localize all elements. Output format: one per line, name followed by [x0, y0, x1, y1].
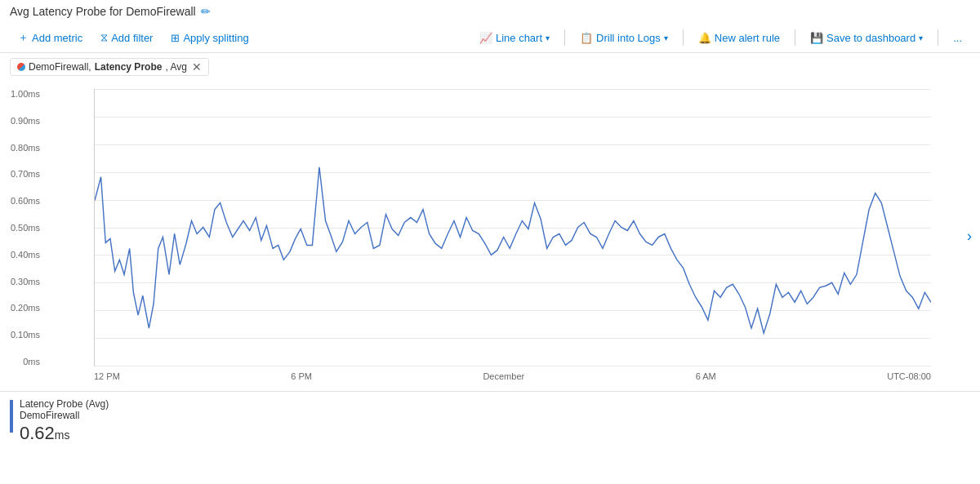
chevron-down-icon-save: ▾	[919, 33, 923, 42]
drill-into-logs-button[interactable]: 📋 Drill into Logs ▾	[572, 28, 676, 48]
legend-value: 0.62ms	[20, 423, 109, 444]
separator4	[938, 29, 938, 46]
separator3	[795, 29, 795, 46]
toolbar: ＋ Add metric ⧖ Add filter ⊞ Apply splitt…	[0, 23, 980, 53]
y-label-4: 0.60ms	[11, 196, 40, 206]
x-label-6pm: 6 PM	[291, 371, 312, 381]
tag-label-bold: Latency Probe	[95, 61, 163, 73]
logs-icon: 📋	[580, 32, 593, 44]
title-row: Avg Latency Probe for DemoFirewall ✏	[0, 0, 980, 23]
split-icon: ⊞	[171, 32, 180, 44]
x-label-december: December	[483, 371, 524, 381]
add-filter-label: Add filter	[111, 32, 153, 44]
chart-svg	[95, 89, 931, 366]
metric-tags-area: DemoFirewall, Latency Probe , Avg ✕	[0, 53, 980, 81]
legend-resource: DemoFirewall	[20, 410, 109, 421]
tag-label-suffix: , Avg	[165, 61, 186, 73]
legend-value-number: 0.62	[20, 423, 55, 443]
tag-label-normal: DemoFirewall,	[29, 61, 91, 73]
add-metric-label: Add metric	[32, 32, 82, 44]
legend-unit: ms	[55, 428, 70, 442]
legend-info: Latency Probe (Avg) DemoFirewall 0.62ms	[20, 398, 109, 444]
y-axis: 1.00ms 0.90ms 0.80ms 0.70ms 0.60ms 0.50m…	[0, 89, 45, 366]
chevron-down-icon-logs: ▾	[664, 33, 668, 42]
legend-color-bar	[10, 400, 13, 433]
separator	[564, 29, 565, 46]
y-label-6: 0.40ms	[11, 250, 40, 260]
x-axis: 12 PM 6 PM December 6 AM UTC-08:00	[94, 366, 931, 381]
page-title: Avg Latency Probe for DemoFirewall	[10, 5, 196, 18]
x-label-utc: UTC-08:00	[887, 371, 931, 381]
separator2	[683, 29, 684, 46]
chart-nav-right[interactable]: ›	[967, 228, 972, 245]
save-to-dashboard-button[interactable]: 💾 Save to dashboard ▾	[802, 28, 931, 48]
line-chart-label: Line chart	[496, 32, 542, 44]
metric-tag: DemoFirewall, Latency Probe , Avg ✕	[10, 58, 209, 76]
y-label-8: 0.20ms	[11, 303, 40, 313]
x-label-12pm: 12 PM	[94, 371, 120, 381]
tag-color-dot	[17, 63, 25, 71]
chart-inner	[94, 89, 931, 366]
chart-area: 1.00ms 0.90ms 0.80ms 0.70ms 0.60ms 0.50m…	[0, 81, 980, 391]
y-label-10: 0ms	[23, 357, 40, 366]
y-label-1: 0.90ms	[11, 116, 40, 126]
more-options-label: ...	[953, 32, 962, 44]
chevron-down-icon: ▾	[546, 33, 550, 42]
bell-icon: 🔔	[698, 32, 711, 44]
y-label-7: 0.30ms	[11, 277, 40, 286]
y-label-5: 0.50ms	[11, 223, 40, 233]
save-icon: 💾	[810, 32, 823, 44]
edit-icon[interactable]: ✏	[201, 5, 211, 18]
filter-icon: ⧖	[100, 31, 108, 44]
new-alert-rule-button[interactable]: 🔔 New alert rule	[690, 28, 788, 48]
legend-series-name: Latency Probe (Avg)	[20, 398, 109, 410]
line-chart-icon: 📈	[479, 32, 492, 44]
x-label-6am: 6 AM	[696, 371, 716, 381]
add-filter-button[interactable]: ⧖ Add filter	[92, 27, 161, 48]
toolbar-left: ＋ Add metric ⧖ Add filter ⊞ Apply splitt…	[10, 26, 471, 49]
more-options-button[interactable]: ...	[945, 28, 970, 48]
grid-line-10	[95, 366, 931, 366]
plus-icon: ＋	[18, 30, 29, 45]
y-label-3: 0.70ms	[11, 169, 40, 179]
tag-remove-button[interactable]: ✕	[192, 61, 202, 73]
y-label-0: 1.00ms	[11, 89, 40, 99]
save-to-dashboard-label: Save to dashboard	[826, 32, 915, 44]
new-alert-rule-label: New alert rule	[715, 32, 780, 44]
add-metric-button[interactable]: ＋ Add metric	[10, 26, 91, 49]
line-chart-button[interactable]: 📈 Line chart ▾	[471, 28, 558, 48]
y-label-2: 0.80ms	[11, 143, 40, 153]
toolbar-right: 📈 Line chart ▾ 📋 Drill into Logs ▾ 🔔 New…	[471, 28, 970, 48]
legend-area: Latency Probe (Avg) DemoFirewall 0.62ms	[0, 391, 980, 451]
y-label-9: 0.10ms	[11, 330, 40, 340]
drill-into-logs-label: Drill into Logs	[596, 32, 661, 44]
apply-splitting-button[interactable]: ⊞ Apply splitting	[163, 28, 256, 48]
apply-splitting-label: Apply splitting	[183, 32, 248, 44]
